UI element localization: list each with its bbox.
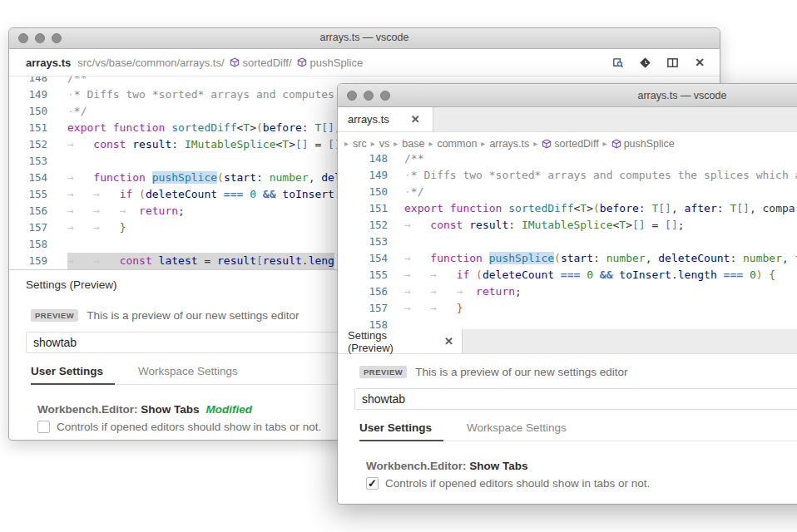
tab-settings-preview[interactable]: Settings (Preview) ✕ (338, 329, 463, 353)
settings-scope-tabs: User Settings Workspace Settings (359, 421, 797, 441)
line-content: /** (47, 76, 87, 86)
code-line: 156→ → → return; (338, 283, 797, 300)
preview-badge: PREVIEW (359, 366, 407, 378)
line-number: 148 (9, 76, 47, 86)
breadcrumb: ▸src▸vs▸base▸common▸arrays.ts▸sortedDiff… (338, 132, 797, 155)
setting-description: Controls if opened editors should show i… (57, 421, 321, 433)
preview-message: This is a preview of our new settings ed… (87, 309, 299, 322)
tab-user-settings[interactable]: User Settings (359, 421, 443, 441)
line-number: 151 (9, 120, 47, 136)
line-number: 155 (338, 267, 388, 283)
code-line: 148/** (338, 155, 797, 167)
titlebar[interactable]: arrays.ts — vscode (9, 28, 720, 49)
breadcrumb-item[interactable]: common (437, 138, 477, 150)
path-segment[interactable]: sortedDiff/ (243, 57, 292, 69)
line-content: → const result: IMutableSplice<T>[] = []… (47, 136, 348, 153)
line-content: export function sortedDiff<T>(before: T[… (388, 200, 797, 217)
line-number: 153 (9, 153, 47, 170)
setting-show-tabs: Workbench.Editor: Show Tabs ✓ Controls i… (366, 460, 797, 490)
line-content: → → } (47, 219, 126, 236)
titlebar[interactable]: arrays.ts — vscode (338, 84, 797, 107)
code-line: 149·* Diffs two *sorted* arrays and comp… (338, 167, 797, 184)
line-content: → → } (388, 300, 463, 317)
window-title: arrays.ts — vscode (9, 32, 720, 43)
line-number: 154 (9, 170, 47, 186)
filename-label: arrays.ts (26, 57, 71, 69)
tab-close-icon[interactable]: ✕ (444, 335, 453, 347)
tab-user-settings[interactable]: User Settings (31, 365, 115, 385)
line-content (47, 153, 67, 170)
setting-name: Show Tabs (141, 403, 199, 416)
line-number: 150 (9, 103, 47, 120)
line-number: 149 (9, 86, 47, 103)
line-content: → → const latest = result[result.leng (47, 253, 334, 269)
tab-label: arrays.ts (348, 113, 389, 126)
settings-editor: PREVIEW This is a preview of our new set… (338, 354, 797, 490)
line-number: 148 (338, 155, 388, 167)
code-editor[interactable]: 148/**149·* Diffs two *sorted* arrays an… (338, 155, 797, 329)
breadcrumb-item[interactable]: pushSplice (611, 138, 675, 150)
line-content: → function pushSplice(start: number, del… (388, 250, 797, 267)
split-editor-icon[interactable] (666, 56, 679, 69)
settings-search-input[interactable] (354, 388, 797, 410)
line-number: 151 (338, 200, 388, 217)
code-line: 152→ const result: IMutableSplice<T>[] =… (338, 217, 797, 234)
editor-tab-bar: arrays.ts ✕ (338, 107, 797, 132)
code-line: 158 (338, 317, 797, 329)
tab-arrays-ts[interactable]: arrays.ts ✕ (338, 107, 433, 131)
path-segment[interactable]: pushSplice (310, 57, 364, 69)
tab-workspace-settings[interactable]: Workspace Settings (138, 365, 238, 384)
path-segment[interactable]: src/vs/base/common/arrays.ts/ (77, 57, 224, 69)
line-content (388, 234, 404, 250)
symbol-function-icon (542, 139, 552, 149)
tab-label: Settings (Preview) (348, 329, 434, 354)
file-path-breadcrumb[interactable]: src/vs/base/common/arrays.ts/sortedDiff/… (77, 57, 363, 69)
line-number: 158 (338, 317, 388, 329)
code-line: 155→ → if (deleteCount === 0 && toInsert… (338, 267, 797, 283)
show-tabs-checkbox[interactable] (37, 421, 50, 433)
vscode-window-front: arrays.ts — vscode arrays.ts ✕ ▸src▸vs▸b… (337, 83, 797, 505)
line-number: 158 (9, 236, 47, 253)
tab-workspace-settings[interactable]: Workspace Settings (467, 421, 567, 441)
setting-category: Workbench.Editor: (37, 403, 138, 416)
line-number: 154 (338, 250, 388, 267)
line-number: 155 (9, 186, 47, 203)
code-line: 157→ → } (338, 300, 797, 317)
chevron-right-icon: ▸ (428, 139, 433, 148)
breadcrumb-item[interactable]: sortedDiff (542, 138, 598, 150)
line-number: 157 (338, 300, 388, 317)
code-line: 150·*/ (338, 184, 797, 200)
open-preview-icon[interactable] (611, 56, 624, 69)
tab-close-icon[interactable]: ✕ (411, 113, 420, 126)
show-tabs-checkbox[interactable]: ✓ (366, 477, 379, 490)
breadcrumb-item[interactable]: base (402, 138, 424, 150)
line-content: /** (388, 155, 423, 167)
chevron-right-icon: ▸ (603, 139, 607, 148)
breadcrumb-item[interactable]: src (353, 138, 367, 150)
chevron-right-icon: ▸ (371, 139, 375, 148)
breadcrumb-item[interactable]: vs (379, 138, 390, 150)
preview-badge: PREVIEW (31, 309, 78, 322)
line-content (47, 236, 67, 253)
symbol-function-icon (611, 139, 621, 149)
line-number: 156 (9, 203, 47, 219)
line-number: 152 (9, 136, 47, 153)
line-content: → const result: IMutableSplice<T>[] = []… (388, 217, 685, 234)
code-line: 153 (338, 234, 797, 250)
code-line: 151export function sortedDiff<T>(before:… (338, 200, 797, 217)
close-icon[interactable]: ✕ (693, 56, 706, 69)
line-content: ·*/ (388, 184, 423, 200)
line-content: → → → return; (388, 283, 522, 300)
breadcrumb-item[interactable]: arrays.ts (489, 138, 529, 150)
line-number: 157 (9, 219, 47, 236)
code-line: 154→ function pushSplice(start: number, … (338, 250, 797, 267)
chevron-right-icon: ▸ (481, 139, 485, 148)
editor-actions: ✕ (611, 56, 706, 69)
chevron-right-icon: ▸ (344, 139, 349, 148)
line-number: 159 (9, 253, 47, 269)
symbol-function-icon (297, 57, 307, 67)
line-content: ·* Diffs two *sorted* arrays and compute… (388, 167, 797, 184)
line-number: 149 (338, 167, 388, 184)
open-changes-icon[interactable] (638, 56, 651, 69)
line-number: 156 (338, 283, 388, 300)
